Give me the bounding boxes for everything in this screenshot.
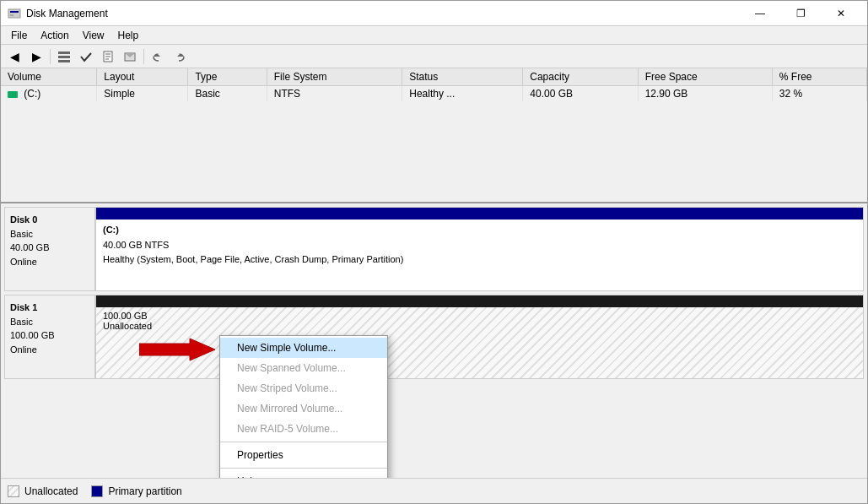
svg-rect-0 (8, 9, 20, 18)
ctx-new-raid5-volume[interactable]: New RAID-5 Volume... (220, 419, 387, 439)
disk1-header-bar (96, 295, 863, 307)
disk0-partition-status: Healthy (System, Boot, Page File, Active… (103, 252, 856, 268)
context-menu: New Simple Volume... New Spanned Volume.… (219, 335, 388, 478)
disk0-partition-bar (96, 208, 863, 219)
restore-button[interactable]: ❐ (781, 1, 820, 26)
ctx-new-spanned-volume[interactable]: New Spanned Volume... (220, 358, 387, 378)
disk1-row: Disk 1 Basic 100.00 GB Online 100.00 GB … (4, 295, 864, 379)
col-status: Status (402, 68, 523, 86)
menu-view[interactable]: View (76, 28, 111, 43)
svg-rect-2 (10, 14, 13, 16)
disk0-size: 40.00 GB (10, 241, 89, 255)
disk0-partition-name: (C:) (103, 223, 856, 238)
svg-rect-3 (58, 51, 70, 54)
show-list-button[interactable] (54, 47, 74, 66)
legend-primary-box (91, 485, 103, 497)
legend-primary-label: Primary partition (108, 485, 181, 497)
arrow-container (139, 337, 215, 365)
main-content: Volume Layout Type File System Status Ca… (1, 68, 867, 478)
col-percentfree: % Free (772, 68, 866, 86)
disk1-label: Disk 1 Basic 100.00 GB Online (4, 295, 95, 379)
cell-type: Basic (188, 86, 267, 102)
close-button[interactable]: ✕ (822, 1, 860, 26)
col-volume: Volume (1, 68, 97, 86)
forward-button[interactable]: ▶ (26, 47, 46, 66)
minimize-button[interactable]: — (741, 1, 779, 26)
svg-rect-5 (58, 60, 70, 62)
undo-button[interactable] (148, 47, 168, 66)
volume-table-container: Volume Layout Type File System Status Ca… (1, 68, 867, 203)
disk0-type: Basic (10, 227, 89, 241)
ctx-separator-1 (220, 442, 387, 442)
back-button[interactable]: ◀ (4, 47, 24, 66)
svg-rect-1 (10, 11, 19, 13)
ctx-properties[interactable]: Properties (220, 445, 387, 465)
svg-marker-12 (139, 339, 215, 360)
ctx-new-mirrored-volume[interactable]: New Mirrored Volume... (220, 398, 387, 419)
status-bar: Unallocated Primary partition (1, 478, 867, 503)
disk0-name: Disk 0 (10, 213, 89, 227)
svg-rect-4 (58, 56, 70, 58)
ctx-separator-2 (220, 468, 387, 469)
disk1-name: Disk 1 (10, 301, 89, 315)
ctx-new-striped-volume[interactable]: New Striped Volume... (220, 378, 387, 398)
col-freespace: Free Space (638, 68, 772, 86)
ctx-new-simple-volume[interactable]: New Simple Volume... (220, 338, 387, 358)
disk1-size-label: 100.00 GB Unallocated (96, 307, 863, 334)
cell-capacity: 40.00 GB (523, 86, 638, 102)
legend-unalloc-box (8, 485, 19, 497)
disk0-content[interactable]: (C:) 40.00 GB NTFS Healthy (System, Boot… (95, 207, 864, 291)
volume-icon (8, 91, 18, 98)
ctx-help[interactable]: Help (220, 471, 387, 478)
disk0-label: Disk 0 Basic 40.00 GB Online (4, 207, 95, 291)
disk0-partition-size: 40.00 GB NTFS (103, 238, 856, 253)
disk1-row-wrapper: Disk 1 Basic 100.00 GB Online 100.00 GB … (4, 295, 864, 379)
title-bar: Disk Management — ❐ ✕ (1, 1, 867, 26)
red-arrow-icon (139, 337, 215, 362)
separator-1 (50, 49, 51, 64)
table-row[interactable]: (C:) Simple Basic NTFS Healthy ... 40.00… (1, 86, 867, 102)
legend-unallocated: Unallocated (8, 485, 78, 497)
menu-file[interactable]: File (4, 28, 34, 43)
menu-action[interactable]: Action (34, 28, 75, 43)
legend-unalloc-label: Unallocated (24, 485, 78, 497)
volume-table: Volume Layout Type File System Status Ca… (1, 68, 867, 101)
legend-primary: Primary partition (91, 485, 181, 497)
cell-volume: (C:) (1, 86, 97, 102)
disk0-partition-info: (C:) 40.00 GB NTFS Healthy (System, Boot… (96, 219, 863, 271)
app-icon (8, 7, 21, 20)
menu-help[interactable]: Help (111, 28, 146, 43)
window-title: Disk Management (26, 8, 741, 19)
disk1-type: Basic (10, 315, 89, 329)
cell-filesystem: NTFS (267, 86, 402, 102)
disk0-status: Online (10, 255, 89, 269)
menu-bar: File Action View Help (1, 26, 867, 45)
col-capacity: Capacity (523, 68, 638, 86)
disk-panels: Disk 0 Basic 40.00 GB Online (C:) 40.00 … (1, 203, 867, 478)
disk1-status: Online (10, 343, 89, 357)
separator-2 (143, 49, 144, 64)
cell-percentfree: 32 % (772, 86, 866, 102)
col-filesystem: File System (267, 68, 402, 86)
col-type: Type (188, 68, 267, 86)
cell-layout: Simple (97, 86, 188, 102)
col-layout: Layout (97, 68, 188, 86)
help-button[interactable] (120, 47, 140, 66)
properties-button[interactable] (98, 47, 118, 66)
window-controls: — ❐ ✕ (741, 1, 860, 26)
cell-status: Healthy ... (402, 86, 523, 102)
check-button[interactable] (76, 47, 96, 66)
disk0-row: Disk 0 Basic 40.00 GB Online (C:) 40.00 … (4, 207, 864, 291)
disk1-size: 100.00 GB (10, 328, 89, 343)
main-window: Disk Management — ❐ ✕ File Action View H… (0, 0, 868, 504)
cell-freespace: 12.90 GB (638, 86, 772, 102)
toolbar: ◀ ▶ (1, 45, 867, 68)
redo-button[interactable] (170, 47, 190, 66)
